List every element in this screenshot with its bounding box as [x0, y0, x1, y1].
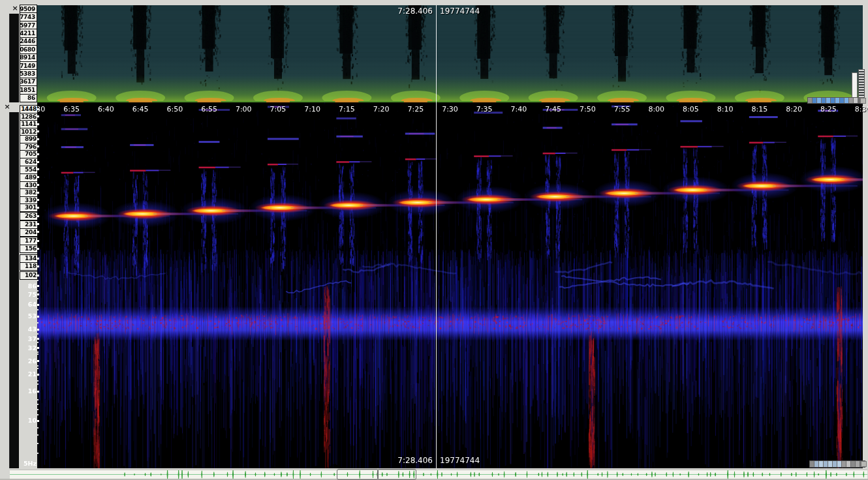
- indicator-cell: [856, 461, 860, 467]
- indicator-cell: [819, 461, 824, 467]
- time-axis-label: 8:00: [648, 105, 664, 113]
- time-axis-label: 7:20: [373, 105, 390, 113]
- overview-freq-axis: 1950917743159771421112446106808914714953…: [20, 5, 37, 102]
- freq-minor-tick: [37, 290, 39, 292]
- freq-tick: [37, 130, 39, 132]
- freq-tick: [37, 108, 39, 110]
- time-axis-label: 6:40: [98, 105, 114, 113]
- indicator-cell: [840, 98, 845, 103]
- waveform-selection-box[interactable]: [377, 469, 416, 480]
- time-axis-label: 6:50: [166, 105, 183, 113]
- freq-minor-tick: [37, 333, 39, 335]
- freq-tick: [37, 123, 39, 125]
- freq-tick: [37, 248, 39, 250]
- indicator-cell: [831, 98, 835, 103]
- freq-minor-tick: [37, 322, 39, 323]
- overview-freq-label: 14211: [20, 29, 37, 37]
- freq-tick: [37, 207, 39, 209]
- freq-minor-tick: [37, 352, 39, 353]
- indicator-cell: [817, 98, 822, 103]
- indicator-cell: [826, 98, 831, 103]
- freq-tick: [37, 293, 39, 295]
- overview-freq-label: 10680: [20, 45, 37, 53]
- overview-freq-label: 15977: [20, 21, 37, 29]
- freq-tick: [37, 329, 39, 331]
- overview-freq-label: 7149: [20, 61, 37, 70]
- freq-tick: [37, 265, 39, 267]
- waterfall-freq-label: 37: [20, 335, 37, 342]
- waterfall-indicator-end-square[interactable]: [861, 461, 867, 467]
- overview-freq-label: 12446: [20, 37, 37, 46]
- freq-tick: [37, 184, 39, 186]
- overview-zoom-handle[interactable]: [852, 72, 858, 98]
- waterfall-base-freq-label: 5Hz: [20, 460, 37, 468]
- waveform-selection-box[interactable]: [337, 469, 379, 480]
- indicator-cell: [842, 461, 846, 467]
- waterfall-freq-label: 53: [20, 312, 37, 320]
- freq-minor-tick: [37, 368, 39, 369]
- time-axis-label: 7:55: [614, 105, 630, 113]
- waveform-overview-canvas[interactable]: [10, 470, 867, 479]
- freq-minor-tick: [37, 443, 39, 444]
- time-axis-label: 8:15: [752, 105, 768, 113]
- freq-minor-tick: [37, 427, 39, 428]
- freq-tick: [37, 223, 39, 225]
- overview-panel-close-icon[interactable]: ×: [11, 5, 19, 12]
- time-axis-label: 6:55: [201, 105, 217, 113]
- overview-position-indicator[interactable]: [807, 97, 863, 104]
- cursor-time-top: 7:28.406: [397, 7, 433, 16]
- freq-tick: [37, 304, 39, 306]
- crosshair-cursor-line: [436, 5, 437, 468]
- freq-tick: [37, 192, 39, 194]
- indicator-cell: [851, 461, 856, 467]
- overview-freq-label: 86: [20, 94, 37, 102]
- waterfall-freq-label: 204: [20, 228, 38, 237]
- freq-tick: [37, 420, 39, 422]
- freq-tick: [37, 374, 39, 376]
- waterfall-freq-label: 177: [20, 237, 38, 245]
- freq-minor-tick: [37, 453, 39, 454]
- freq-minor-tick: [37, 365, 39, 367]
- overview-indicator-end-square[interactable]: [860, 98, 866, 104]
- waterfall-freq-label: 75: [20, 291, 37, 298]
- freq-tick: [37, 347, 39, 349]
- overview-zoom-ladder[interactable]: [858, 69, 865, 100]
- freq-minor-tick: [37, 399, 39, 400]
- time-axis-label: 7:05: [270, 105, 287, 113]
- time-axis-label: 8:30: [855, 105, 868, 113]
- freq-minor-tick: [37, 380, 39, 382]
- freq-tick: [37, 153, 39, 155]
- freq-tick: [37, 275, 39, 277]
- waterfall-freq-label: 21: [20, 370, 37, 378]
- freq-minor-tick: [37, 404, 39, 405]
- overview-freq-label: 3617: [20, 78, 37, 86]
- freq-minor-tick: [37, 298, 39, 299]
- cursor-sample-top: 19774744: [440, 7, 480, 16]
- waterfall-freq-label: 489: [20, 173, 38, 182]
- overview-freq-label: 8914: [20, 53, 37, 62]
- indicator-cell: [808, 98, 813, 103]
- time-axis-label: 7:25: [407, 105, 424, 113]
- waterfall-freq-label: 118: [20, 262, 38, 271]
- overview-left-scroll-strip[interactable]: [9, 14, 19, 102]
- indicator-cell: [837, 461, 842, 467]
- freq-tick: [37, 258, 39, 260]
- time-axis-label: 7:15: [339, 105, 355, 113]
- freq-tick: [37, 231, 39, 233]
- waterfall-spectrogram-canvas[interactable]: [37, 102, 863, 468]
- freq-minor-tick: [37, 434, 39, 436]
- waterfall-left-scroll-strip[interactable]: [9, 112, 19, 468]
- indicator-cell: [854, 98, 858, 103]
- time-axis-label: 6:35: [63, 105, 80, 113]
- overview-spectrogram-canvas[interactable]: [37, 5, 863, 102]
- cursor-sample-bottom: 19774744: [440, 456, 480, 465]
- waterfall-panel-close-icon[interactable]: ×: [3, 103, 11, 111]
- waterfall-freq-label: 86: [20, 282, 37, 290]
- freq-minor-tick: [37, 342, 39, 343]
- freq-tick: [37, 145, 39, 147]
- indicator-cell: [824, 461, 828, 467]
- waterfall-position-indicator[interactable]: [809, 460, 865, 468]
- overview-freq-label: 1851: [20, 85, 37, 94]
- time-axis-label: 7:30: [442, 105, 458, 113]
- freq-tick: [37, 391, 39, 393]
